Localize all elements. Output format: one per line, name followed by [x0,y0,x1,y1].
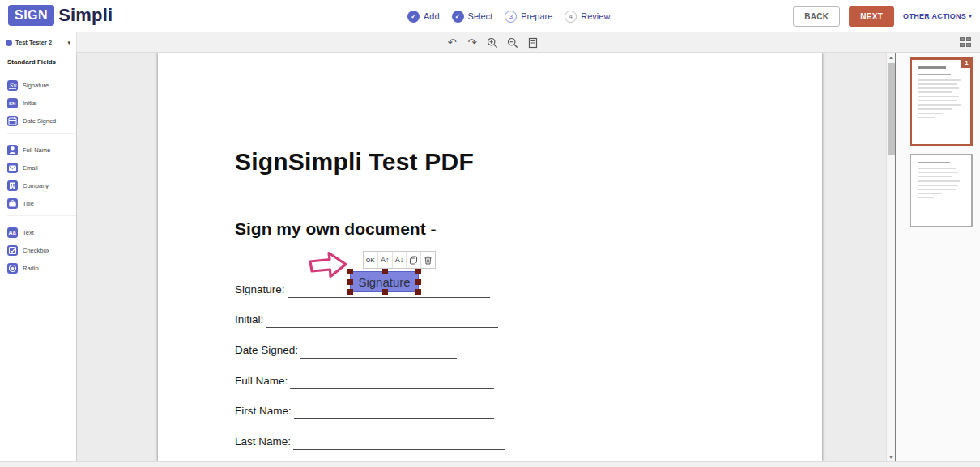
sidebar-group-inputs: Aa Text Checkbox Radio [7,223,76,280]
chevron-down-icon: ▾ [969,13,972,19]
document-field-row: Last Name: [235,419,505,450]
vertical-scrollbar[interactable]: ▴ ▾ [886,53,895,461]
sidebar-item-checkbox[interactable]: Checkbox [7,241,76,259]
resize-handle[interactable] [415,289,421,295]
resize-handle[interactable] [347,289,353,295]
sidebar-item-label: Date Signed [23,117,56,125]
signer-dropdown[interactable]: Test Tester 2 ▾ [0,32,77,53]
thumbnail-preview [912,60,970,118]
other-actions-label: OTHER ACTIONS [903,12,966,20]
check-icon: ✓ [407,11,420,23]
signature-icon: Su [7,80,18,91]
step-label: Add [424,11,440,21]
signer-color-dot [6,40,12,46]
fields-sidebar: Standard Fields Su Signature SN Initial … [0,53,77,461]
field-blank-line [293,442,505,450]
wizard-steps: ✓ Add ✓ Select 3 Prepare 4 Review [407,0,610,32]
thumbnail-preview [911,155,971,198]
next-button[interactable]: NEXT [849,6,894,27]
svg-text:Aa: Aa [9,230,16,236]
logo-sign-box: SIGN [8,5,54,26]
step-add[interactable]: ✓ Add [407,11,440,23]
resize-handle[interactable] [382,269,388,274]
sidebar-item-signature[interactable]: Su Signature [7,76,76,94]
field-label: Last Name: [235,435,291,450]
sidebar-item-label: Title [23,200,34,207]
field-blank-line [294,411,494,419]
company-icon [7,180,18,191]
signer-name: Test Tester 2 [15,39,67,46]
scroll-down-icon[interactable]: ▾ [887,454,895,461]
sidebar-item-label: Email [23,164,38,172]
other-actions-dropdown[interactable]: OTHER ACTIONS ▾ [903,12,972,20]
step-select[interactable]: ✓ Select [452,11,493,23]
resize-handle[interactable] [415,269,421,274]
step-review[interactable]: 4 Review [565,11,610,23]
grid-view-icon[interactable] [960,37,971,47]
sidebar-item-label: Signature [23,82,49,89]
sidebar-item-radio[interactable]: Radio [7,259,76,277]
field-label: Full Name: [235,375,288,389]
sidebar-title: Standard Fields [7,58,76,66]
radio-icon [7,263,18,274]
document-field-row: Date Signed: [235,328,505,359]
secondary-toolbar: Test Tester 2 ▾ ↶ ↷ [0,32,980,53]
checkbox-icon [7,245,18,256]
sidebar-item-initial[interactable]: SN Initial [7,94,76,112]
sidebar-item-title[interactable]: Title [7,194,76,212]
sidebar-group-identity: Full Name Email Company Title [7,141,76,216]
step-label: Prepare [521,11,552,21]
step-number: 3 [505,11,517,23]
font-increase-button[interactable]: A↑ [378,252,393,268]
document-field-row: First Name: [235,389,505,420]
step-number: 4 [565,11,577,23]
document-field-row: Full Name: [235,359,505,389]
page-thumbnail-1[interactable]: 1 [910,57,973,146]
chevron-down-icon: ▾ [67,40,70,46]
step-prepare[interactable]: 3 Prepare [505,11,552,23]
sidebar-item-label: Checkbox [23,247,49,254]
field-blank-line [300,350,457,359]
zoom-in-icon[interactable] [485,36,500,50]
check-icon: ✓ [452,11,464,23]
title-icon [7,198,18,209]
zoom-out-icon[interactable] [505,36,520,50]
email-icon [7,163,18,173]
field-label: Signature: [235,283,285,298]
sidebar-group-signing: Su Signature SN Initial Date Signed [7,76,76,134]
document-heading: Sign my own document - [235,219,437,239]
field-label: Date Signed: [235,344,298,359]
font-decrease-button[interactable]: A↓ [393,252,407,268]
resize-handle[interactable] [382,289,388,295]
scrollbar-thumb[interactable] [888,63,895,155]
sidebar-item-email[interactable]: Email [7,159,76,176]
trash-icon[interactable] [421,252,435,268]
scroll-up-icon[interactable]: ▴ [887,54,895,61]
redo-icon[interactable]: ↷ [465,36,479,50]
field-label: Initial: [235,313,263,328]
resize-handle[interactable] [415,279,421,285]
page-thumbnail-2[interactable] [910,154,973,227]
fit-page-icon[interactable] [526,36,540,50]
sidebar-item-full-name[interactable]: Full Name [7,141,76,159]
svg-text:SN: SN [9,101,15,106]
sidebar-item-text[interactable]: Aa Text [7,223,76,241]
sidebar-item-label: Company [23,182,49,189]
pdf-page[interactable]: SignSimpli Test PDF Sign my own document… [158,53,822,461]
copy-icon[interactable] [407,252,421,268]
back-button[interactable]: BACK [793,6,840,27]
sidebar-item-date-signed[interactable]: Date Signed [7,112,76,129]
ok-button[interactable]: OK [364,252,378,268]
field-blank-line [290,381,494,389]
undo-icon[interactable]: ↶ [445,36,459,50]
header-actions: BACK NEXT OTHER ACTIONS ▾ [793,0,972,32]
placed-signature-field[interactable]: Signature [350,271,419,292]
logo-simpli-text: Simpli [58,5,113,26]
field-blank-line [266,320,498,328]
sidebar-item-label: Initial [23,100,37,107]
sidebar-item-company[interactable]: Company [7,176,76,194]
sidebar-item-label: Text [23,229,34,236]
initial-icon: SN [7,98,18,108]
step-label: Select [468,11,493,21]
signature-field-value: Signature [358,275,410,289]
